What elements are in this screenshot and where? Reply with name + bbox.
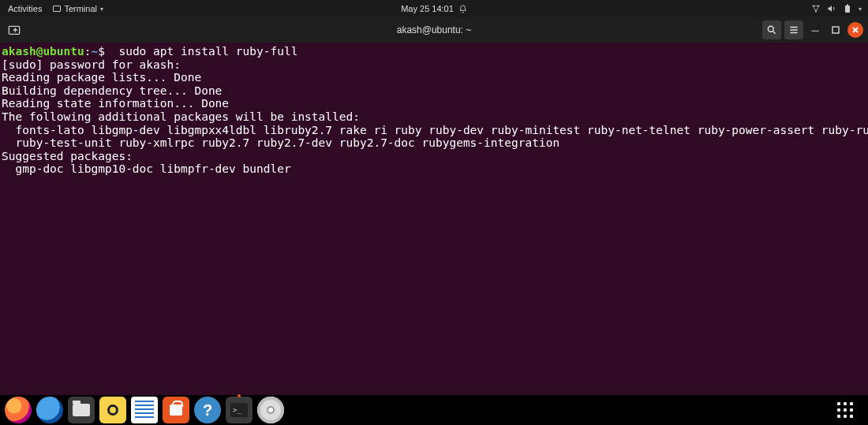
firefox-icon[interactable] (5, 397, 32, 423)
libreoffice-writer-icon[interactable] (131, 397, 158, 423)
prompt-dollar: $ (98, 45, 105, 58)
hamburger-menu-button[interactable] (784, 21, 803, 39)
activities-label: Activities (8, 4, 42, 13)
files-icon[interactable] (68, 397, 95, 423)
window-title: akash@ubuntu: ~ (397, 24, 472, 35)
notification-bell-icon (458, 5, 467, 13)
output-line: fonts-lato libgmp-dev libgmpxx4ldbl libr… (2, 124, 868, 136)
date-time-label: May 25 14:01 (401, 4, 454, 13)
chevron-down-icon: ▾ (859, 6, 862, 13)
output-line: Building dependency tree... Done (2, 84, 222, 97)
close-button[interactable] (847, 22, 863, 38)
output-line: Reading state information... Done (2, 97, 229, 110)
prompt-user-host: akash@ubuntu (2, 45, 84, 58)
activities-button[interactable]: Activities (8, 4, 42, 13)
output-line: Suggested packages: (2, 150, 133, 162)
terminal-menu-icon (53, 6, 61, 12)
dock: ? >_ (0, 395, 868, 425)
thunderbird-icon[interactable] (36, 397, 63, 423)
prompt-colon: : (84, 45, 92, 58)
disc-icon[interactable] (257, 397, 284, 423)
svg-rect-3 (845, 6, 850, 13)
app-menu-terminal[interactable]: Terminal ▾ (53, 4, 103, 13)
command-text: sudo apt install ruby-full (105, 45, 297, 58)
output-line: The following additional packages will b… (2, 110, 360, 123)
svg-point-6 (768, 26, 773, 32)
show-applications-button[interactable] (835, 400, 855, 420)
clock-area[interactable]: May 25 14:01 (401, 4, 467, 13)
volume-icon (827, 4, 836, 13)
output-line: gmp-doc libgmp10-doc libmpfr-dev bundler (2, 162, 291, 175)
svg-rect-7 (832, 27, 839, 33)
system-top-bar: Activities Terminal ▾ May 25 14:01 ▾ (0, 0, 868, 17)
network-icon (811, 4, 821, 13)
terminal-titlebar: akash@ubuntu: ~ ─ (0, 17, 868, 43)
new-tab-button[interactable] (5, 21, 24, 39)
terminal-menu-label: Terminal (64, 4, 97, 13)
maximize-button[interactable] (827, 21, 844, 39)
output-line: [sudo] password for akash: (2, 58, 188, 71)
output-line: Reading package lists... Done (2, 71, 201, 84)
system-status-area[interactable]: ▾ (811, 4, 868, 13)
minimize-button[interactable]: ─ (806, 21, 824, 39)
svg-rect-4 (847, 5, 848, 6)
prompt-path: ~ (92, 45, 99, 58)
output-line: ruby-test-unit ruby-xmlrpc ruby2.7 ruby2… (2, 136, 559, 149)
battery-icon (843, 4, 852, 13)
chevron-down-icon: ▾ (100, 6, 103, 13)
help-icon[interactable]: ? (194, 397, 221, 423)
rhythmbox-icon[interactable] (99, 397, 126, 423)
terminal-icon[interactable]: >_ (226, 397, 253, 423)
search-button[interactable] (762, 21, 781, 39)
terminal-content[interactable]: akash@ubuntu:~$ sudo apt install ruby-fu… (0, 43, 868, 395)
ubuntu-software-icon[interactable] (163, 397, 189, 423)
